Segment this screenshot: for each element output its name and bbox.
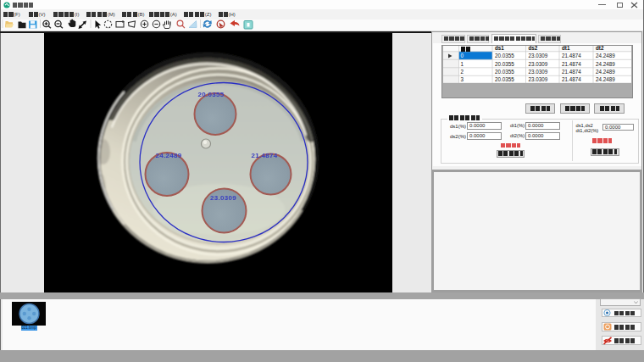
svg-text:20.0355: 20.0355 [495,69,514,75]
svg-text:1: 1 [461,60,464,66]
svg-text:23.0309: 23.0309 [210,194,236,202]
svg-text:21.4874: 21.4874 [562,53,581,58]
svg-text:0: 0 [461,53,464,58]
svg-text:21.4874: 21.4874 [562,60,581,66]
svg-text:23.0309: 23.0309 [529,60,548,66]
svg-text:24.2489: 24.2489 [596,53,615,58]
svg-text:ds2: ds2 [529,46,538,51]
svg-text:23.0309: 23.0309 [529,53,548,58]
svg-text:20.0355: 20.0355 [495,53,514,58]
svg-text:24.2489: 24.2489 [596,69,615,75]
svg-text:ds1: ds1 [495,46,504,51]
svg-text:2: 2 [461,69,464,75]
svg-text:dt1: dt1 [562,46,570,51]
svg-text:24.2489: 24.2489 [596,76,615,82]
svg-text:21.4874: 21.4874 [252,152,278,159]
svg-text:dt2: dt2 [596,46,604,51]
svg-text:21.4874: 21.4874 [562,69,581,75]
svg-text:21.4874: 21.4874 [562,76,581,82]
svg-text:24.2489: 24.2489 [156,152,182,159]
svg-text:3: 3 [461,76,464,82]
svg-text:23.0309: 23.0309 [529,76,548,82]
svg-text:24.2489: 24.2489 [596,60,615,66]
svg-text:20.0355: 20.0355 [495,60,514,66]
svg-text:20.0355: 20.0355 [495,76,514,82]
svg-text:23.0309: 23.0309 [529,69,548,75]
svg-text:20.0355: 20.0355 [198,90,225,97]
